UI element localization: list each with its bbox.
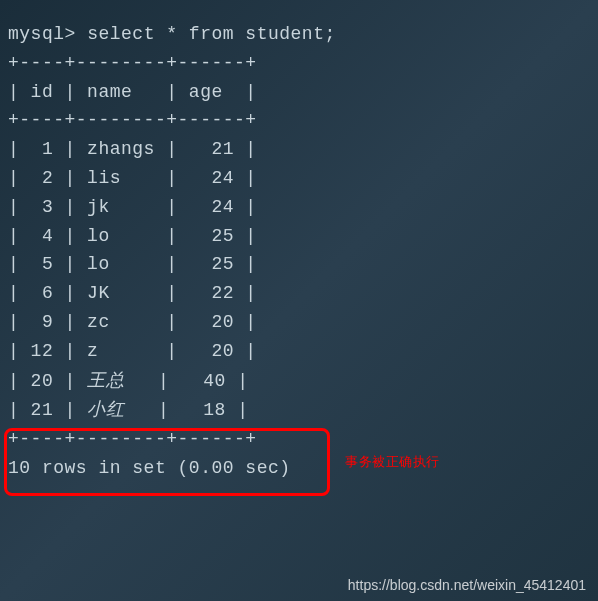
table-row: | 9 | zc | 20 | bbox=[8, 308, 590, 337]
table-row: | 21 | 小红 | 18 | bbox=[8, 395, 590, 425]
table-row: | 5 | lo | 25 | bbox=[8, 250, 590, 279]
row-cell-suffix: | 40 | bbox=[124, 371, 248, 391]
sql-query: select * from student; bbox=[87, 24, 336, 44]
table-border-bottom: +----+--------+------+ bbox=[8, 425, 590, 454]
row-cell-name: 王总 bbox=[87, 370, 124, 390]
row-cell-name: 小红 bbox=[87, 399, 124, 419]
annotation-text: 事务被正确执行 bbox=[345, 453, 440, 471]
table-border-mid: +----+--------+------+ bbox=[8, 106, 590, 135]
table-row: | 3 | jk | 24 | bbox=[8, 193, 590, 222]
row-cell-suffix: | 18 | bbox=[124, 400, 248, 420]
table-header-row: | id | name | age | bbox=[8, 78, 590, 107]
table-row: | 1 | zhangs | 21 | bbox=[8, 135, 590, 164]
row-cell-prefix: | 21 | bbox=[8, 400, 87, 420]
mysql-prompt: mysql> bbox=[8, 24, 87, 44]
table-row: | 6 | JK | 22 | bbox=[8, 279, 590, 308]
table-border-top: +----+--------+------+ bbox=[8, 49, 590, 78]
result-summary: 10 rows in set (0.00 sec) bbox=[8, 454, 590, 483]
table-row: | 4 | lo | 25 | bbox=[8, 222, 590, 251]
watermark-text: https://blog.csdn.net/weixin_45412401 bbox=[348, 577, 586, 593]
table-row: | 20 | 王总 | 40 | bbox=[8, 366, 590, 396]
query-line: mysql> select * from student; bbox=[8, 20, 590, 49]
row-cell-prefix: | 20 | bbox=[8, 371, 87, 391]
table-row: | 12 | z | 20 | bbox=[8, 337, 590, 366]
table-row: | 2 | lis | 24 | bbox=[8, 164, 590, 193]
